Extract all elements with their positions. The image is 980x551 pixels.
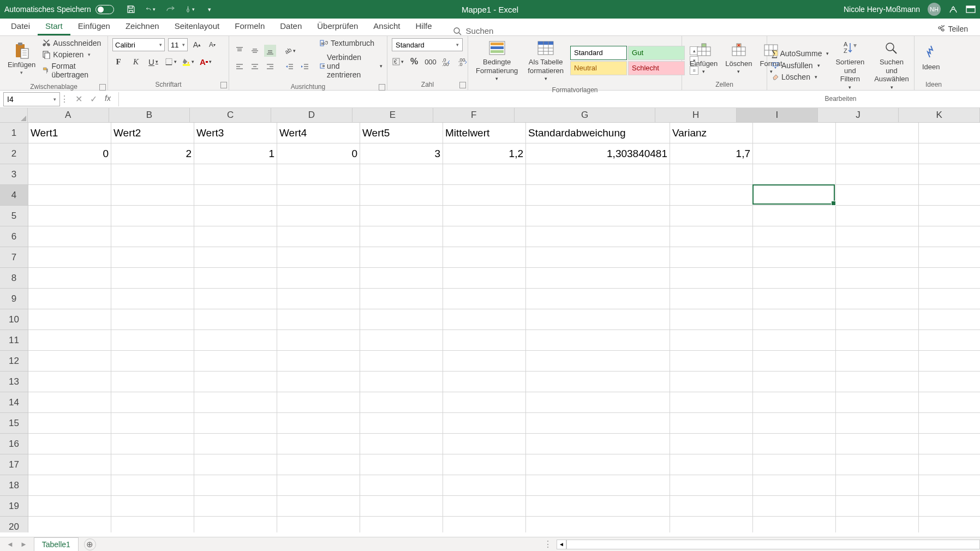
cell-C11[interactable]: [194, 330, 277, 351]
cell-D4[interactable]: [277, 185, 360, 206]
cell-I7[interactable]: [753, 247, 836, 268]
row-header-7[interactable]: 7: [0, 247, 28, 268]
cell-K16[interactable]: [919, 434, 980, 454]
cell-F20[interactable]: [443, 517, 526, 532]
cell-C5[interactable]: [194, 206, 277, 226]
col-header-D[interactable]: D: [271, 108, 352, 123]
cell-E2[interactable]: 3: [360, 143, 443, 164]
cell-D7[interactable]: [277, 247, 360, 268]
cell-G18[interactable]: [526, 475, 670, 496]
font-size-select[interactable]: 11▾: [168, 38, 188, 51]
cell-D14[interactable]: [277, 392, 360, 413]
cell-F19[interactable]: [443, 496, 526, 517]
cell-G6[interactable]: [526, 226, 670, 247]
cell-F5[interactable]: [443, 206, 526, 226]
cell-E8[interactable]: [360, 268, 443, 289]
cell-F17[interactable]: [443, 454, 526, 475]
cell-I16[interactable]: [753, 434, 836, 454]
cell-D3[interactable]: [277, 164, 360, 185]
cell-K1[interactable]: [919, 123, 980, 143]
cell-B5[interactable]: [111, 206, 194, 226]
cell-G16[interactable]: [526, 434, 670, 454]
cell-H12[interactable]: [670, 351, 753, 372]
cell-F4[interactable]: [443, 185, 526, 206]
col-header-J[interactable]: J: [818, 108, 899, 123]
cell-D15[interactable]: [277, 413, 360, 434]
cell-B20[interactable]: [111, 517, 194, 532]
cell-D13[interactable]: [277, 372, 360, 392]
cell-F9[interactable]: [443, 289, 526, 309]
cell-B4[interactable]: [111, 185, 194, 206]
tab-start[interactable]: Start: [38, 18, 70, 35]
row-header-17[interactable]: 17: [0, 454, 28, 475]
font-color-button[interactable]: A▾: [200, 56, 212, 68]
cell-A10[interactable]: [28, 309, 111, 330]
cell-K8[interactable]: [919, 268, 980, 289]
cell-A14[interactable]: [28, 392, 111, 413]
cell-D5[interactable]: [277, 206, 360, 226]
cell-D8[interactable]: [277, 268, 360, 289]
row-header-13[interactable]: 13: [0, 372, 28, 392]
cell-K7[interactable]: [919, 247, 980, 268]
cell-F8[interactable]: [443, 268, 526, 289]
cell-J13[interactable]: [836, 372, 919, 392]
row-header-5[interactable]: 5: [0, 206, 28, 226]
tab-datei[interactable]: Datei: [3, 18, 38, 35]
username[interactable]: Nicole Hery-Moßmann: [844, 5, 920, 14]
cell-C16[interactable]: [194, 434, 277, 454]
undo-icon[interactable]: ▾: [146, 4, 156, 14]
merge-center-button[interactable]: Verbinden und zentrieren▾: [320, 52, 383, 80]
toggle-switch[interactable]: [95, 5, 114, 14]
clipboard-dialog-launcher[interactable]: [99, 84, 106, 91]
cell-F16[interactable]: [443, 434, 526, 454]
cell-B7[interactable]: [111, 247, 194, 268]
cell-I4[interactable]: [753, 185, 836, 206]
number-dialog-launcher[interactable]: [459, 82, 466, 88]
cell-A7[interactable]: [28, 247, 111, 268]
clear-button[interactable]: Löschen▾: [772, 72, 829, 82]
cell-A3[interactable]: [28, 164, 111, 185]
cell-H20[interactable]: [670, 517, 753, 532]
cell-F10[interactable]: [443, 309, 526, 330]
cell-H18[interactable]: [670, 475, 753, 496]
cell-F7[interactable]: [443, 247, 526, 268]
enter-formula-icon[interactable]: ✓: [90, 94, 97, 104]
cell-K6[interactable]: [919, 226, 980, 247]
cell-C8[interactable]: [194, 268, 277, 289]
cell-G4[interactable]: [526, 185, 670, 206]
cell-H19[interactable]: [670, 496, 753, 517]
cell-B1[interactable]: Wert2: [111, 123, 194, 143]
row-header-8[interactable]: 8: [0, 268, 28, 289]
cell-J20[interactable]: [836, 517, 919, 532]
cell-G2[interactable]: 1,303840481: [526, 143, 670, 164]
cell-E17[interactable]: [360, 454, 443, 475]
cell-J5[interactable]: [836, 206, 919, 226]
cell-D11[interactable]: [277, 330, 360, 351]
cell-A13[interactable]: [28, 372, 111, 392]
tab-daten[interactable]: Daten: [272, 18, 309, 35]
cell-G14[interactable]: [526, 392, 670, 413]
cell-C17[interactable]: [194, 454, 277, 475]
row-header-19[interactable]: 19: [0, 496, 28, 517]
cell-J8[interactable]: [836, 268, 919, 289]
cell-B9[interactable]: [111, 289, 194, 309]
cell-I5[interactable]: [753, 206, 836, 226]
tab-zeichnen[interactable]: Zeichnen: [118, 18, 167, 35]
cell-E19[interactable]: [360, 496, 443, 517]
cell-A5[interactable]: [28, 206, 111, 226]
cell-D20[interactable]: [277, 517, 360, 532]
col-header-K[interactable]: K: [899, 108, 980, 123]
cell-H13[interactable]: [670, 372, 753, 392]
cell-I19[interactable]: [753, 496, 836, 517]
name-box[interactable]: I4▾: [3, 92, 60, 106]
col-header-F[interactable]: F: [433, 108, 515, 123]
cell-H14[interactable]: [670, 392, 753, 413]
cell-G11[interactable]: [526, 330, 670, 351]
number-format-select[interactable]: Standard▾: [392, 38, 463, 51]
coming-soon-icon[interactable]: [948, 4, 958, 14]
cell-C3[interactable]: [194, 164, 277, 185]
cell-B3[interactable]: [111, 164, 194, 185]
cell-E11[interactable]: [360, 330, 443, 351]
ribbon-display-icon[interactable]: [966, 5, 976, 13]
grow-font-button[interactable]: A▴: [191, 39, 203, 51]
